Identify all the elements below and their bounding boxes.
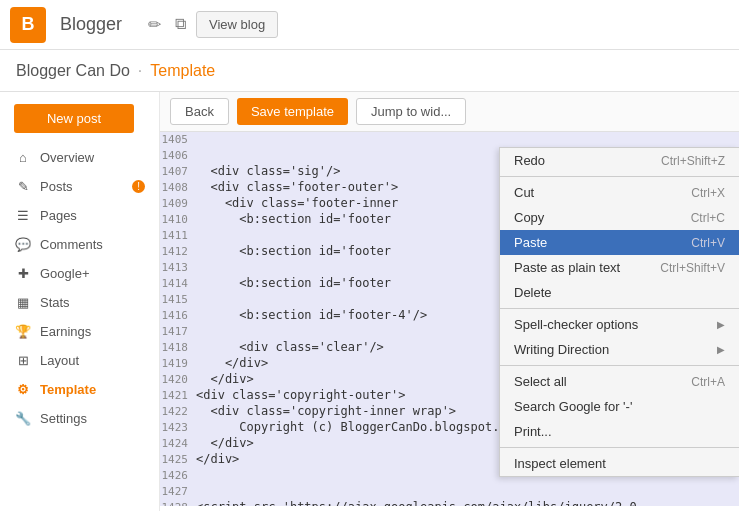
ctx-select-all-shortcut: Ctrl+A [691,375,725,389]
top-bar-icons: ✏ ⧉ [148,15,186,34]
ctx-inspect-element-label: Inspect element [514,456,606,471]
template-icon: ⚙ [14,382,32,397]
ctx-inspect-element[interactable]: Inspect element [500,451,739,476]
ctx-divider-3 [500,365,739,366]
blogger-logo: B [10,7,46,43]
ctx-redo-shortcut: Ctrl+Shift+Z [661,154,725,168]
sidebar-label-pages: Pages [40,208,77,223]
ctx-print-label: Print... [514,424,552,439]
sidebar-label-template: Template [40,382,96,397]
sidebar-label-earnings: Earnings [40,324,91,339]
ctx-paste-shortcut: Ctrl+V [691,236,725,250]
code-line: 1405 [160,132,739,148]
earnings-icon: 🏆 [14,324,32,339]
view-blog-button[interactable]: View blog [196,11,278,38]
sidebar-item-template[interactable]: ⚙ Template [0,375,159,404]
code-line: 1428<script src='https://ajax.googleapis… [160,500,739,506]
settings-icon: 🔧 [14,411,32,426]
ctx-paste-plain-label: Paste as plain text [514,260,620,275]
context-menu: Redo Ctrl+Shift+Z Cut Ctrl+X Copy Ctrl+C… [499,147,739,477]
ctx-search-google[interactable]: Search Google for '-' [500,394,739,419]
ctx-redo[interactable]: Redo Ctrl+Shift+Z [500,148,739,173]
sidebar-label-posts: Posts [40,179,73,194]
ctx-copy-shortcut: Ctrl+C [691,211,725,225]
sidebar-label-overview: Overview [40,150,94,165]
comments-icon: 💬 [14,237,32,252]
sidebar-item-stats[interactable]: ▦ Stats [0,288,159,317]
ctx-select-all[interactable]: Select all Ctrl+A [500,369,739,394]
ctx-writing-direction-label: Writing Direction [514,342,609,357]
posts-badge: ! [132,180,145,193]
ctx-spellcheck-label: Spell-checker options [514,317,638,332]
ctx-select-all-label: Select all [514,374,567,389]
ctx-paste-label: Paste [514,235,547,250]
logo-letter: B [22,14,35,35]
ctx-paste-plain-shortcut: Ctrl+Shift+V [660,261,725,275]
copy-icon[interactable]: ⧉ [175,15,186,34]
sidebar-item-settings[interactable]: 🔧 Settings [0,404,159,433]
subtitle-dot: · [138,62,142,80]
ctx-copy-label: Copy [514,210,544,225]
edit-icon[interactable]: ✏ [148,15,161,34]
back-button[interactable]: Back [170,98,229,125]
posts-icon: ✎ [14,179,32,194]
ctx-paste-plain[interactable]: Paste as plain text Ctrl+Shift+V [500,255,739,280]
ctx-cut-label: Cut [514,185,534,200]
sidebar-item-layout[interactable]: ⊞ Layout [0,346,159,375]
layout-icon: ⊞ [14,353,32,368]
ctx-print[interactable]: Print... [500,419,739,444]
pages-icon: ☰ [14,208,32,223]
ctx-copy[interactable]: Copy Ctrl+C [500,205,739,230]
sidebar-label-comments: Comments [40,237,103,252]
top-bar: B Blogger ✏ ⧉ View blog [0,0,739,50]
code-line: 1427 [160,484,739,500]
jump-to-widget-button[interactable]: Jump to wid... [356,98,466,125]
sidebar-item-pages[interactable]: ☰ Pages [0,201,159,230]
sidebar-item-googleplus[interactable]: ✚ Google+ [0,259,159,288]
sidebar: New post ⌂ Overview ✎ Posts ! ☰ Pages 💬 … [0,92,160,511]
sidebar-item-posts[interactable]: ✎ Posts ! [0,172,159,201]
ctx-cut[interactable]: Cut Ctrl+X [500,180,739,205]
sidebar-label-stats: Stats [40,295,70,310]
subtitle-bar: Blogger Can Do · Template [0,50,739,92]
overview-icon: ⌂ [14,150,32,165]
content-area: Back Save template Jump to wid... 1405 1… [160,92,739,511]
sidebar-label-settings: Settings [40,411,87,426]
ctx-paste[interactable]: Paste Ctrl+V [500,230,739,255]
ctx-delete[interactable]: Delete [500,280,739,305]
ctx-divider-2 [500,308,739,309]
save-template-button[interactable]: Save template [237,98,348,125]
ctx-delete-label: Delete [514,285,552,300]
subtitle-template: Template [150,62,215,80]
sidebar-item-overview[interactable]: ⌂ Overview [0,143,159,172]
blog-name: Blogger Can Do [16,62,130,80]
brand-name: Blogger [60,14,122,35]
sidebar-label-googleplus: Google+ [40,266,90,281]
ctx-writing-direction[interactable]: Writing Direction ▶ [500,337,739,362]
toolbar-strip: Back Save template Jump to wid... [160,92,739,132]
sidebar-item-earnings[interactable]: 🏆 Earnings [0,317,159,346]
ctx-spellcheck[interactable]: Spell-checker options ▶ [500,312,739,337]
sidebar-label-layout: Layout [40,353,79,368]
googleplus-icon: ✚ [14,266,32,281]
ctx-cut-shortcut: Ctrl+X [691,186,725,200]
new-post-button[interactable]: New post [14,104,134,133]
main-layout: New post ⌂ Overview ✎ Posts ! ☰ Pages 💬 … [0,92,739,511]
ctx-spellcheck-arrow: ▶ [717,319,725,330]
sidebar-item-comments[interactable]: 💬 Comments [0,230,159,259]
ctx-search-google-label: Search Google for '-' [514,399,632,414]
ctx-redo-label: Redo [514,153,545,168]
ctx-divider-4 [500,447,739,448]
ctx-divider-1 [500,176,739,177]
ctx-writing-direction-arrow: ▶ [717,344,725,355]
stats-icon: ▦ [14,295,32,310]
